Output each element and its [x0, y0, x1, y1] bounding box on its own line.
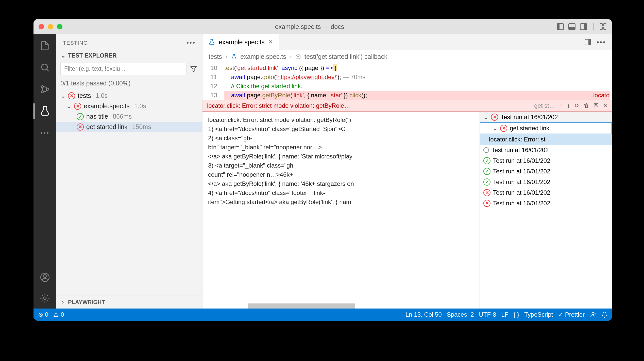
tree-node-tests[interactable]: ⌄ ✕ tests 1.0s: [56, 91, 202, 101]
playwright-section-header[interactable]: › PLAYWRIGHT: [56, 296, 202, 309]
pass-icon: ✓: [483, 178, 490, 186]
toggle-panel-icon[interactable]: [568, 23, 575, 30]
horizontal-scrollbar[interactable]: [248, 303, 355, 309]
code-editor[interactable]: 10 11 12 13 test('get started link', asy…: [202, 63, 612, 100]
cursor-position[interactable]: Ln 13, Col 50: [405, 311, 442, 318]
run-label: Test run at 16/01/202: [493, 200, 550, 207]
run-label: Test run at 16/01/202: [493, 189, 550, 196]
svg-point-5: [43, 275, 46, 278]
open-external-icon[interactable]: ⇱: [594, 102, 598, 109]
fail-icon: ✕: [77, 123, 84, 131]
next-error-icon[interactable]: ↓: [567, 102, 570, 109]
status-errors[interactable]: ⊗ 0: [38, 311, 48, 318]
tests-progress-label: 0/1 tests passed (0.00%): [56, 77, 202, 89]
warning-count: 0: [61, 311, 64, 318]
settings-icon[interactable]: [40, 293, 50, 303]
filter-icon[interactable]: [189, 64, 198, 74]
inline-error: locato: [593, 91, 609, 100]
customize-layout-icon[interactable]: [600, 23, 607, 30]
status-warnings[interactable]: ⚠ 0: [53, 311, 64, 318]
code-line-error[interactable]: await page.getByRole('link', { name: 'st…: [224, 91, 610, 100]
error-line: btn" target="_blank" rel="noopener nor…>…: [208, 143, 474, 152]
run-entry[interactable]: ✓Test run at 16/01/202: [480, 155, 612, 166]
node-duration: 1.0s: [96, 92, 108, 99]
chevron-down-icon: ⌄: [493, 125, 498, 132]
maximize-window-button[interactable]: [57, 24, 62, 29]
vscode-window: example.spec.ts — docs ••• TESTING •••: [33, 19, 612, 321]
run-entry[interactable]: ✓Test run at 16/01/202: [480, 177, 612, 187]
run-entry-selected[interactable]: ⌄✕get started link: [480, 122, 612, 134]
run-entry[interactable]: ✕Test run at 16/01/202: [480, 187, 612, 198]
chevron-right-icon: ›: [226, 53, 228, 60]
fail-icon: ✕: [68, 92, 75, 99]
run-entry[interactable]: ⌄✕Test run at 16/01/202: [480, 112, 612, 122]
error-line: 3) <a target="_blank" class="gh-: [208, 161, 474, 170]
tree-node-has-title[interactable]: ✓ has title 866ms: [56, 111, 202, 122]
line-number: 13: [202, 91, 217, 100]
close-tab-icon[interactable]: ✕: [268, 39, 273, 45]
breadcrumbs[interactable]: tests › example.spec.ts › test('get star…: [202, 50, 612, 63]
chevron-right-icon: ›: [290, 53, 292, 60]
prettier-status[interactable]: ✓ Prettier: [558, 311, 585, 318]
node-label: get started link: [86, 123, 128, 131]
test-tree: ⌄ ✕ tests 1.0s ⌄ ✕ example.spec.ts 1.0s …: [56, 89, 202, 134]
toggle-secondary-sidebar-icon[interactable]: [580, 23, 587, 30]
error-details[interactable]: locator.click: Error: strict mode violat…: [202, 112, 480, 309]
close-peek-icon[interactable]: ✕: [603, 102, 607, 109]
run-label: Test run at 16/01/202: [501, 114, 558, 121]
editor-more-icon[interactable]: •••: [597, 38, 606, 46]
more-views-icon[interactable]: •••: [40, 128, 50, 138]
search-icon[interactable]: [40, 62, 50, 73]
error-line: </a> aka getByRole('link', { name: '46k+…: [208, 179, 474, 188]
editor-tab[interactable]: example.spec.ts ✕: [202, 34, 279, 50]
breadcrumb-item[interactable]: example.spec.ts: [240, 53, 286, 60]
indent-info[interactable]: Spaces: 2: [447, 311, 474, 318]
error-line: 2) <a class="gh-: [208, 134, 474, 143]
explorer-icon[interactable]: [40, 40, 50, 51]
error-line: 1) <a href="/docs/intro" class="getStart…: [208, 124, 474, 134]
empty-icon: [483, 147, 489, 153]
node-duration: 1.0s: [134, 102, 146, 110]
testing-icon[interactable]: [40, 106, 50, 116]
tree-node-file[interactable]: ⌄ ✕ example.spec.ts 1.0s: [56, 101, 202, 111]
code-line[interactable]: test('get started link', async ({ page }…: [224, 63, 610, 73]
error-context: get st…: [534, 102, 555, 109]
window-controls: [39, 24, 62, 29]
run-entry[interactable]: ✕Test run at 16/01/202: [480, 198, 612, 209]
eol-info[interactable]: LF: [501, 311, 509, 318]
run-entry[interactable]: Test run at 16/01/202: [480, 145, 612, 155]
editor-tabs: example.spec.ts ✕ •••: [202, 34, 612, 50]
history-icon[interactable]: ↺: [574, 102, 579, 109]
minimize-window-button[interactable]: [48, 24, 53, 29]
code-line[interactable]: // Click the get started link.: [224, 82, 610, 91]
source-control-icon[interactable]: [40, 84, 50, 95]
delete-icon[interactable]: 🗑: [584, 102, 589, 109]
error-line: </a> aka getByRole('link', { name: 'Star…: [208, 152, 474, 161]
run-entry[interactable]: ✓Test run at 16/01/202: [480, 166, 612, 177]
feedback-icon[interactable]: [590, 311, 596, 318]
test-explorer-header[interactable]: ⌄ TEST EXPLORER: [56, 50, 202, 61]
close-window-button[interactable]: [39, 24, 44, 29]
code-line[interactable]: await page.goto('https://playwright.dev/…: [224, 73, 610, 82]
braces-icon[interactable]: { }: [514, 311, 519, 318]
prev-error-icon[interactable]: ↑: [560, 102, 563, 109]
svg-point-2: [41, 91, 43, 93]
run-error-detail[interactable]: locator.click: Error: st: [480, 134, 612, 145]
accounts-icon[interactable]: [40, 272, 50, 283]
svg-point-0: [42, 64, 47, 70]
error-message: locator.click: Error: strict mode violat…: [207, 102, 530, 109]
chevron-down-icon: ⌄: [60, 52, 65, 59]
encoding-info[interactable]: UTF-8: [479, 311, 496, 318]
line-number: 10: [202, 63, 217, 73]
language-mode[interactable]: TypeScript: [524, 311, 553, 318]
toggle-primary-sidebar-icon[interactable]: [557, 23, 564, 30]
sidebar-more-icon[interactable]: •••: [187, 39, 196, 47]
tree-node-get-started[interactable]: ✕ get started link 150ms: [56, 122, 202, 132]
node-label: example.spec.ts: [84, 102, 130, 110]
svg-point-6: [44, 297, 46, 299]
notifications-icon[interactable]: [601, 312, 607, 318]
split-editor-icon[interactable]: [585, 39, 591, 45]
breadcrumb-item[interactable]: test('get started link') callback: [304, 53, 387, 60]
test-filter-input[interactable]: [60, 63, 187, 75]
breadcrumb-item[interactable]: tests: [209, 53, 222, 60]
